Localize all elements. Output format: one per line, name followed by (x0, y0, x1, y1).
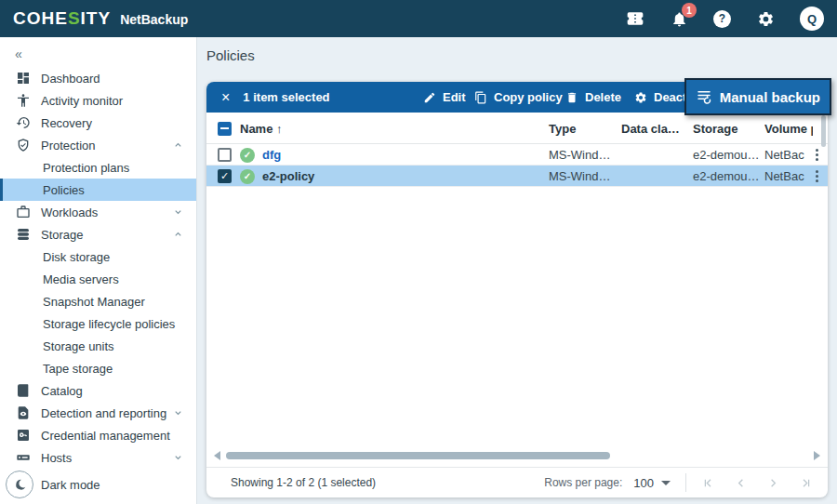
sidebar-item-workloads[interactable]: Workloads (0, 201, 196, 223)
rows-per-page-label: Rows per page: (544, 476, 622, 489)
policy-name-link[interactable]: dfg (262, 144, 281, 166)
scrollbar-thumb[interactable] (226, 452, 610, 459)
chevron-down-icon[interactable] (173, 408, 183, 418)
top-bar: COHESITY NetBackup 1 ? Q (0, 0, 837, 37)
user-avatar[interactable]: Q (800, 7, 824, 31)
notifications-bell-icon[interactable]: 1 (670, 9, 688, 28)
row-checkbox-checked[interactable]: ✓ (218, 169, 232, 183)
brand-text: COHE (13, 8, 68, 28)
sort-ascending-icon: ↑ (276, 122, 283, 136)
dark-mode-label: Dark mode (41, 478, 100, 492)
sidebar-item-storage-units[interactable]: Storage units (0, 335, 196, 357)
sidebar-item-recovery[interactable]: Recovery (0, 112, 196, 134)
dashboard-icon (15, 71, 31, 86)
sidebar-item-label: Disk storage (43, 250, 110, 264)
sidebar-item-hosts[interactable]: Hosts (0, 446, 196, 469)
last-page-icon[interactable] (799, 476, 813, 490)
sidebar-item-credential-management[interactable]: Credential management (0, 424, 196, 446)
sidebar-item-dashboard[interactable]: Dashboard (0, 67, 196, 89)
column-header-volume-pool[interactable]: Volume p (764, 113, 813, 144)
dark-mode-toggle[interactable]: Dark mode (6, 471, 100, 498)
table-footer: Showing 1-2 of 2 (1 selected) Rows per p… (206, 467, 828, 497)
column-header-type[interactable]: Type (549, 113, 576, 144)
clear-selection-icon[interactable]: × (221, 90, 230, 105)
manual-backup-label: Manual backup (720, 89, 820, 105)
select-all-checkbox[interactable] (218, 122, 232, 136)
brand-green-letter: S (68, 8, 81, 28)
scrollbar-track[interactable] (226, 452, 808, 459)
chevron-down-icon[interactable] (173, 207, 183, 218)
sidebar-item-label: Storage (41, 228, 84, 242)
sidebar-item-snapshot-manager[interactable]: Snapshot Manager (0, 290, 196, 312)
vertical-scrollbar-thumb[interactable] (821, 115, 826, 147)
previous-page-icon[interactable] (734, 476, 748, 490)
support-ticket-icon[interactable] (626, 9, 644, 28)
help-icon[interactable]: ? (713, 10, 731, 28)
policy-type-cell: MS-Wind… (549, 166, 610, 187)
chevron-up-icon[interactable] (173, 140, 183, 151)
row-checkbox[interactable] (218, 148, 232, 162)
sidebar-collapse-icon[interactable]: « (0, 37, 196, 67)
pagination (701, 476, 813, 490)
scroll-right-arrow-icon[interactable] (814, 451, 820, 460)
recovery-history-icon (15, 115, 31, 131)
sidebar-item-catalog[interactable]: Catalog (0, 379, 196, 402)
sidebar-item-label: Credential management (41, 429, 170, 443)
settings-gear-icon[interactable] (756, 9, 775, 28)
sidebar-item-label: Workloads (41, 206, 98, 219)
sidebar-item-tape-storage[interactable]: Tape storage (0, 357, 196, 379)
sidebar-item-label: Storage units (43, 339, 114, 353)
policy-storage-cell: e2-demou… (693, 166, 760, 187)
copy-policy-label: Copy policy (494, 90, 563, 104)
column-header-storage[interactable]: Storage (693, 113, 737, 144)
chevron-down-icon[interactable] (173, 453, 183, 463)
policy-type-cell: MS-Wind… (549, 144, 610, 166)
horizontal-scrollbar (214, 449, 820, 462)
delete-button[interactable]: Delete (565, 82, 621, 113)
next-page-icon[interactable] (766, 476, 780, 490)
manual-backup-button[interactable]: Manual backup (684, 78, 831, 115)
sidebar-item-detection-and-reporting[interactable]: Detection and reporting (0, 402, 196, 424)
product-name: NetBackup (120, 12, 188, 27)
activity-monitor-icon (15, 93, 31, 109)
policy-volume-cell: NetBac (764, 144, 813, 166)
credential-key-icon (15, 428, 31, 444)
delete-label: Delete (585, 90, 621, 104)
rows-per-page-select[interactable]: 100 (633, 476, 654, 490)
dropdown-arrow-icon[interactable] (661, 481, 671, 485)
sidebar-item-label: Activity monitor (41, 94, 123, 108)
sidebar-item-storage-lifecycle-policies[interactable]: Storage lifecycle policies (0, 312, 196, 335)
sidebar-item-storage[interactable]: Storage (0, 223, 196, 245)
edit-label: Edit (443, 90, 466, 104)
copy-policy-button[interactable]: Copy policy (474, 82, 563, 113)
page-title: Policies (206, 47, 255, 63)
sidebar-item-media-servers[interactable]: Media servers (0, 268, 196, 290)
sidebar-item-label: Snapshot Manager (43, 295, 145, 309)
policy-name-link[interactable]: e2-policy (262, 166, 314, 187)
table-row[interactable]: ✓ ✓ e2-policy MS-Wind… e2-demou… NetBac (206, 166, 828, 187)
sidebar-item-policies[interactable]: Policies (0, 179, 196, 201)
chevron-up-icon[interactable] (173, 230, 183, 240)
column-header-name[interactable]: Name ↑ (240, 113, 283, 144)
column-header-data-classification[interactable]: Data cla… (621, 113, 680, 144)
table-row[interactable]: ✓ dfg MS-Wind… e2-demou… NetBac (206, 144, 828, 166)
policy-storage-cell: e2-demou… (693, 144, 760, 166)
sidebar-item-activity-monitor[interactable]: Activity monitor (0, 89, 196, 112)
sidebar-item-protection[interactable]: Protection (0, 134, 196, 156)
sidebar-item-label: Tape storage (43, 362, 113, 376)
main-content: Policies × 1 item selected Edit Copy pol… (197, 37, 837, 504)
selection-toolbar: × 1 item selected Edit Copy policy Delet… (206, 82, 828, 113)
sidebar-item-protection-plans[interactable]: Protection plans (0, 156, 196, 179)
edit-button[interactable]: Edit (423, 82, 466, 113)
policy-volume-cell: NetBac (764, 166, 813, 187)
row-actions-menu-icon[interactable] (813, 167, 821, 185)
sidebar-item-label: Protection plans (43, 161, 129, 175)
scroll-left-arrow-icon[interactable] (214, 451, 220, 460)
topbar-actions: 1 ? Q (626, 7, 824, 31)
sidebar: « Dashboard Activity monitor Recovery Pr… (0, 37, 197, 504)
row-actions-menu-icon[interactable] (813, 146, 821, 164)
sidebar-item-disk-storage[interactable]: Disk storage (0, 245, 196, 268)
workloads-briefcase-icon (15, 205, 31, 220)
footer-divider (685, 473, 686, 492)
first-page-icon[interactable] (701, 476, 715, 490)
